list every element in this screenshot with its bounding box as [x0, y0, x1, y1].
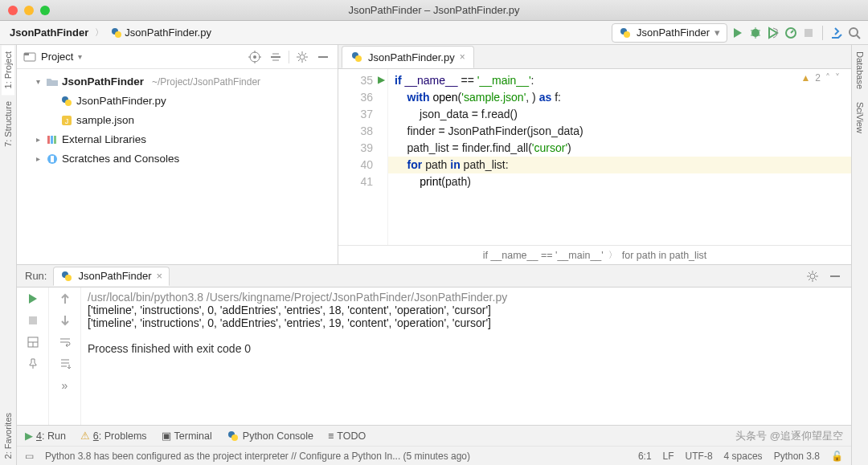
run-tab[interactable]: JsonPathFinder × — [53, 267, 170, 286]
code-line[interactable]: for path in path_list: — [388, 157, 851, 173]
code-line[interactable]: with open('sample.json', ) as f: — [388, 89, 851, 106]
debug-button[interactable] — [748, 26, 763, 40]
code-crumb-1[interactable]: for path in path_list — [622, 250, 707, 261]
code-line[interactable]: finder = JsonPathFinder(json_data) — [388, 123, 851, 140]
svg-line-14 — [857, 35, 860, 39]
python-console-tool-button[interactable]: Python Console — [227, 430, 313, 443]
project-tree[interactable]: ▾JsonPathFinder~/Project/JsonPathFinderJ… — [17, 69, 338, 172]
lib-icon — [46, 133, 59, 146]
status-caret-pos[interactable]: 6:1 — [638, 451, 652, 462]
project-pane-title: Project — [41, 51, 73, 63]
breadcrumb-root[interactable]: JsonPathFinder — [6, 25, 92, 40]
coverage-button[interactable] — [766, 26, 780, 40]
run-tool-button[interactable]: ▶4: Run — [25, 430, 66, 442]
zoom-window-button[interactable] — [40, 6, 50, 15]
status-bar: ▭ Python 3.8 has been configured as the … — [17, 446, 851, 465]
tool-tab-sciview[interactable]: SciView — [854, 96, 866, 140]
down-arrow-icon[interactable] — [59, 314, 72, 329]
editor-gutter[interactable]: ▶ 35363738394041 — [338, 69, 388, 245]
terminal-tool-button[interactable]: ▣Terminal — [162, 430, 212, 442]
scratch-icon — [46, 153, 59, 165]
python-file-icon — [350, 51, 363, 63]
hide-icon[interactable] — [315, 49, 331, 65]
code-line[interactable]: path_list = finder.find_all('cursor') — [388, 140, 851, 157]
svg-rect-16 — [24, 53, 29, 55]
rerun-button[interactable] — [27, 292, 39, 308]
code-line[interactable]: print(path) — [388, 173, 851, 190]
up-arrow-icon[interactable] — [59, 292, 72, 308]
run-output[interactable]: /usr/local/bin/python3.8 /Users/kingname… — [81, 288, 851, 425]
breadcrumb-root-label: JsonPathFinder — [10, 27, 88, 39]
svg-line-11 — [791, 31, 793, 33]
status-interpreter[interactable]: Python 3.8 — [774, 451, 820, 462]
locate-icon[interactable] — [247, 49, 263, 65]
tool-tab-structure[interactable]: 7: Structure — [2, 95, 14, 153]
status-line-sep[interactable]: LF — [663, 451, 674, 462]
run-config-selector[interactable]: JsonPathFinder ▾ — [612, 23, 727, 43]
tree-arrow-icon[interactable]: ▸ — [33, 149, 43, 169]
json-icon: J — [60, 114, 73, 127]
code-breadcrumbs[interactable]: if __name__ == '__main__' 〉 for path in … — [338, 245, 851, 264]
chevron-down-icon[interactable]: ˅ — [835, 72, 840, 84]
inspection-widget[interactable]: ▲ 2 ˄ ˅ — [800, 72, 840, 84]
editor-pane: JsonPathFinder.py × ▶ 35363738394041 ▲ 2… — [338, 45, 851, 264]
close-window-button[interactable] — [8, 6, 18, 15]
code-crumb-0[interactable]: if __name__ == '__main__' — [483, 250, 604, 261]
window-title: JsonPathFinder – JsonPathFinder.py — [0, 4, 868, 16]
git-update-button[interactable] — [829, 26, 844, 40]
tool-tab-database[interactable]: Database — [854, 45, 866, 96]
gear-icon[interactable] — [805, 268, 821, 284]
chevron-right-icon: 〉 — [608, 249, 617, 261]
close-icon[interactable]: × — [157, 270, 163, 282]
scroll-end-icon[interactable] — [59, 357, 72, 373]
svg-rect-44 — [29, 316, 37, 324]
run-button[interactable] — [731, 26, 745, 40]
warning-icon: ▲ — [800, 72, 810, 84]
code-line[interactable]: if __name__ == '__main__': — [388, 72, 851, 89]
close-icon[interactable]: × — [460, 51, 465, 63]
code-line[interactable]: json_data = f.read() — [388, 106, 851, 123]
tool-tab-favorites[interactable]: 2: Favorites — [2, 406, 14, 465]
more-icon[interactable]: » — [62, 379, 68, 392]
run-toolbar-secondary: » — [49, 288, 81, 425]
dropdown-icon[interactable]: ▾ — [78, 52, 82, 61]
bottom-tool-rail: ▶4: Run ⚠6: Problems ▣Terminal Python Co… — [17, 425, 851, 446]
pin-icon[interactable] — [27, 357, 39, 373]
status-message: Python 3.8 has been configured as the pr… — [45, 451, 470, 462]
svg-point-41 — [810, 274, 815, 279]
editor-tab-active[interactable]: JsonPathFinder.py × — [342, 46, 474, 68]
hide-icon[interactable] — [827, 268, 843, 284]
editor-body[interactable]: ▶ 35363738394041 ▲ 2 ˄ ˅ if __name__ == … — [338, 69, 851, 245]
search-button[interactable] — [847, 26, 862, 40]
layout-icon[interactable] — [27, 336, 39, 351]
profile-button[interactable] — [784, 26, 798, 40]
chevron-up-icon[interactable]: ˄ — [825, 72, 830, 84]
breadcrumb-file[interactable]: JsonPathFinder.py — [107, 25, 215, 41]
tool-tab-project[interactable]: 1: Project — [2, 45, 14, 95]
tree-arrow-icon[interactable]: ▾ — [33, 72, 43, 92]
status-indent[interactable]: 4 spaces — [724, 451, 763, 462]
tree-row[interactable]: ▸External Libraries — [18, 130, 336, 149]
tree-arrow-icon[interactable]: ▸ — [33, 130, 43, 149]
lock-icon[interactable]: 🔓 — [831, 451, 843, 462]
watermark-text: 头条号 @追逐仰望星空 — [735, 429, 843, 443]
left-tool-rail: 1: Project 7: Structure 2: Favorites — [0, 45, 17, 465]
collapse-all-icon[interactable] — [268, 49, 284, 65]
todo-tool-button[interactable]: ≡TODO — [328, 430, 366, 442]
bottom-label-run: : Run — [42, 430, 66, 442]
status-icon[interactable]: ▭ — [25, 451, 34, 462]
svg-point-13 — [850, 28, 858, 36]
gear-icon[interactable] — [294, 49, 310, 65]
tree-row[interactable]: JsonPathFinder.py — [18, 92, 336, 111]
bottom-label-todo: TODO — [337, 430, 366, 442]
tree-row[interactable]: ▾JsonPathFinder~/Project/JsonPathFinder — [18, 72, 336, 92]
soft-wrap-icon[interactable] — [59, 336, 72, 351]
status-encoding[interactable]: UTF-8 — [686, 451, 713, 462]
editor-code-area[interactable]: ▲ 2 ˄ ˅ if __name__ == '__main__': with … — [388, 69, 851, 245]
run-gutter-icon[interactable]: ▶ — [378, 74, 385, 85]
svg-point-29 — [65, 100, 72, 106]
tree-row[interactable]: ▸Scratches and Consoles — [18, 149, 336, 169]
minimize-window-button[interactable] — [24, 6, 34, 15]
tree-row[interactable]: Jsample.json — [18, 111, 336, 130]
problems-tool-button[interactable]: ⚠6: Problems — [80, 430, 147, 442]
